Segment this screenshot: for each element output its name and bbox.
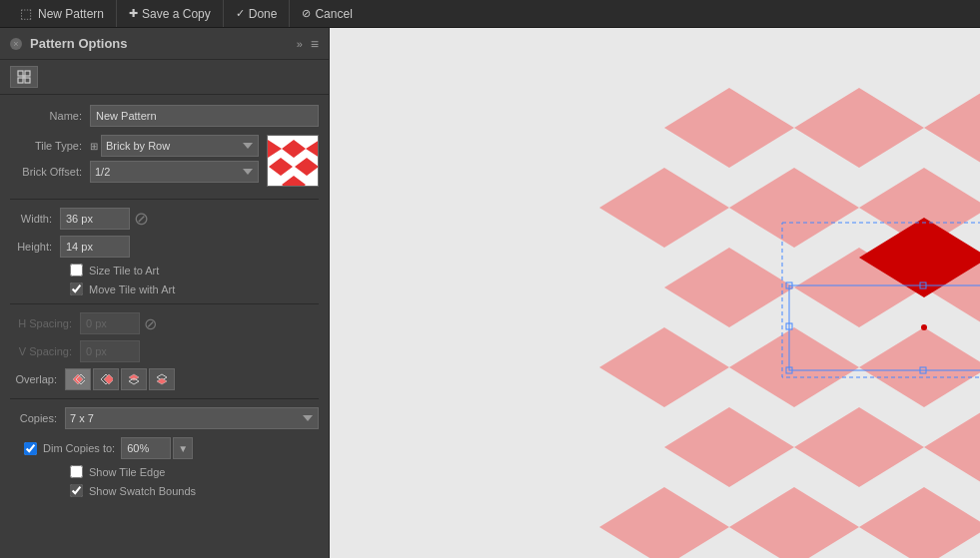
overlap-right-front-button[interactable] bbox=[93, 368, 119, 390]
dim-copies-label: Dim Copies to: bbox=[43, 442, 115, 454]
panel-header-left: × Pattern Options bbox=[10, 36, 128, 51]
size-tile-checkbox[interactable] bbox=[70, 264, 83, 277]
show-swatch-bounds-row: Show Swatch Bounds bbox=[10, 484, 319, 497]
app-section: ⬚ New Pattern bbox=[8, 0, 117, 27]
dim-copies-input[interactable] bbox=[121, 437, 171, 459]
link-proportions-icon[interactable]: ⊘ bbox=[134, 208, 149, 230]
tile-type-row: Tile Type: ⊞ Grid Brick by Row Brick by … bbox=[10, 135, 319, 191]
h-spacing-link-icon[interactable]: ⊘ bbox=[144, 314, 157, 333]
show-swatch-bounds-checkbox[interactable] bbox=[70, 484, 83, 497]
app-icon: ⬚ bbox=[20, 6, 32, 21]
v-spacing-input[interactable] bbox=[80, 340, 140, 362]
brick-offset-label: Brick Offset: bbox=[10, 166, 90, 178]
show-tile-edge-label: Show Tile Edge bbox=[89, 466, 165, 478]
move-tile-label: Move Tile with Art bbox=[89, 283, 175, 295]
name-label: Name: bbox=[10, 110, 90, 122]
copies-row: Copies: 3 x 3 5 x 5 7 x 7 9 x 9 bbox=[10, 407, 319, 429]
pattern-options-panel: × Pattern Options » ≡ N bbox=[0, 28, 330, 558]
fit-to-screen-button[interactable] bbox=[10, 66, 38, 88]
show-tile-edge-row: Show Tile Edge bbox=[10, 465, 319, 478]
h-spacing-input[interactable] bbox=[80, 312, 140, 334]
svg-rect-1 bbox=[25, 71, 30, 76]
panel-header: × Pattern Options » ≡ bbox=[0, 28, 329, 60]
brick-offset-row: Brick Offset: 1/4 1/3 1/2 2/3 3/4 bbox=[10, 161, 259, 183]
check-icon: ✓ bbox=[236, 7, 245, 20]
new-pattern-label: New Pattern bbox=[38, 7, 104, 21]
height-row: Height: bbox=[10, 236, 319, 258]
svg-point-72 bbox=[921, 324, 927, 330]
size-tile-row: Size Tile to Art bbox=[10, 264, 319, 277]
h-spacing-row: H Spacing: ⊘ bbox=[10, 312, 319, 334]
tile-preview bbox=[267, 135, 319, 187]
tile-type-field: Tile Type: ⊞ Grid Brick by Row Brick by … bbox=[10, 135, 259, 157]
size-tile-label: Size Tile to Art bbox=[89, 265, 159, 277]
dim-copies-dropdown-button[interactable]: ▼ bbox=[173, 437, 193, 459]
tile-type-label: Tile Type: bbox=[10, 140, 90, 152]
v-spacing-label: V Spacing: bbox=[10, 345, 80, 357]
name-row: Name: bbox=[10, 105, 319, 127]
v-spacing-row: V Spacing: bbox=[10, 340, 319, 362]
overlap-left-front-button[interactable] bbox=[65, 368, 91, 390]
panel-body: Name: Tile Type: ⊞ Grid Brick by Row Bri… bbox=[0, 95, 329, 558]
pattern-svg bbox=[330, 28, 980, 558]
svg-marker-11 bbox=[73, 374, 83, 384]
save-copy-section: ✚ Save a Copy bbox=[117, 0, 224, 27]
save-copy-button[interactable]: ✚ Save a Copy bbox=[129, 7, 211, 21]
panel-title: Pattern Options bbox=[30, 36, 128, 51]
copies-label: Copies: bbox=[10, 412, 65, 424]
width-input[interactable] bbox=[60, 208, 130, 230]
svg-marker-18 bbox=[157, 378, 167, 384]
cancel-button[interactable]: ⊘ Cancel bbox=[302, 7, 352, 21]
canvas-area[interactable] bbox=[330, 28, 980, 558]
width-row: Width: ⊘ bbox=[10, 208, 319, 230]
tile-type-select[interactable]: Grid Brick by Row Brick by Column Hex by… bbox=[101, 135, 259, 157]
main-area: × Pattern Options » ≡ N bbox=[0, 28, 980, 558]
done-section: ✓ Done bbox=[224, 0, 291, 27]
svg-marker-14 bbox=[104, 374, 113, 384]
tile-type-icon: ⊞ bbox=[90, 141, 98, 152]
dim-copies-row: Dim Copies to: ▼ bbox=[10, 437, 319, 459]
topbar: ⬚ New Pattern ✚ Save a Copy ✓ Done ⊘ Can… bbox=[0, 0, 980, 28]
width-label: Width: bbox=[10, 213, 60, 225]
cancel-icon: ⊘ bbox=[302, 7, 311, 20]
svg-marker-15 bbox=[129, 374, 139, 380]
overlap-row: Overlap: bbox=[10, 368, 319, 390]
height-input[interactable] bbox=[60, 236, 130, 258]
svg-rect-3 bbox=[25, 78, 30, 83]
panel-collapse-button[interactable]: » bbox=[297, 38, 303, 50]
svg-rect-0 bbox=[18, 71, 23, 76]
cancel-section: ⊘ Cancel bbox=[290, 0, 364, 27]
overlap-bottom-front-button[interactable] bbox=[149, 368, 175, 390]
panel-menu-button[interactable]: ≡ bbox=[311, 36, 319, 52]
h-spacing-label: H Spacing: bbox=[10, 317, 80, 329]
overlap-top-front-button[interactable] bbox=[121, 368, 147, 390]
height-label: Height: bbox=[10, 241, 60, 253]
overlap-label: Overlap: bbox=[10, 373, 65, 385]
plus-icon: ✚ bbox=[129, 7, 138, 20]
name-input[interactable] bbox=[90, 105, 319, 127]
svg-rect-2 bbox=[18, 78, 23, 83]
brick-offset-select[interactable]: 1/4 1/3 1/2 2/3 3/4 bbox=[90, 161, 259, 183]
show-tile-edge-checkbox[interactable] bbox=[70, 465, 83, 478]
show-swatch-bounds-label: Show Swatch Bounds bbox=[89, 485, 196, 497]
copies-select[interactable]: 3 x 3 5 x 5 7 x 7 9 x 9 bbox=[65, 407, 319, 429]
panel-iconbar bbox=[0, 60, 329, 95]
move-tile-checkbox[interactable] bbox=[70, 282, 83, 295]
dim-copies-checkbox[interactable] bbox=[24, 442, 37, 455]
move-tile-row: Move Tile with Art bbox=[10, 282, 319, 295]
panel-close-button[interactable]: × bbox=[10, 38, 22, 50]
done-button[interactable]: ✓ Done bbox=[236, 7, 278, 21]
